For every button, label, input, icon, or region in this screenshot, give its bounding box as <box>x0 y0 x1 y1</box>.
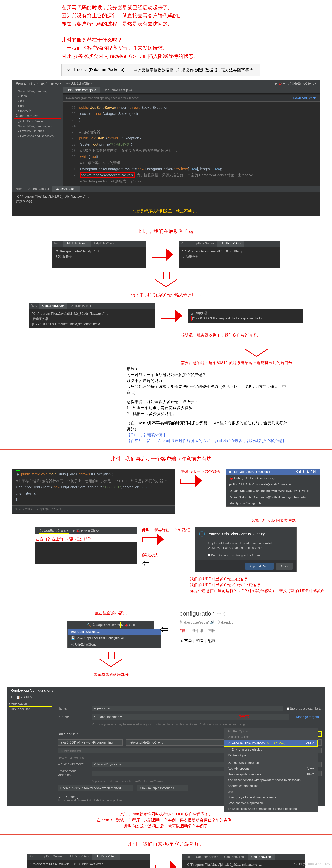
menu-modify: Modify Run Configuration... <box>226 500 320 506</box>
save-config: 💾 Save 'UdpEchoClient' Configuration <box>67 635 161 641</box>
config-tree[interactable]: ▾ Application UdpEchoClient <box>7 700 54 806</box>
arrow-icon <box>181 474 202 487</box>
config-item: ⓒ UdpEchoClient <box>67 641 161 648</box>
caption: 需要注意的是：这个63812 就是系统给客户端随机分配的端口号 <box>181 360 332 366</box>
run-context-menu[interactable]: ▶ Run 'UdpEchoClient.main()'Ctrl+Shift+F… <box>226 468 320 507</box>
run-config-window: Run/Debug Configurations + − 📋 ▴ ▾ ⊞ ↘ ▾… <box>7 687 325 806</box>
expand-block: 拓展： 同一时刻，一个服务器能处理多少个客户端？ 取决于客户端的能力。 服务器处… <box>127 366 289 444</box>
menu-coverage: ▶ Run 'UdpEchoClient.main()' with Covera… <box>226 481 320 488</box>
name-field[interactable] <box>92 706 283 711</box>
arrow-icon <box>142 533 164 546</box>
menu-debug: 🐞 Debug 'UdpEchoClient.main()' <box>226 475 320 481</box>
console-client-b: "C:\Program Files\Java\jdk1.8.0_301\bin\… <box>179 247 280 268</box>
info-icon: ⓘ <box>199 530 205 538</box>
toolbar-dropdown[interactable]: 🔨 ⓒ UdpEchoClient ▾ ▶ 🐞 ⊙ ■ <box>67 621 154 629</box>
menu-profiler: ⊙ Run 'UdpEchoClient.main()' with 'Windo… <box>226 488 320 494</box>
caption-block: 我们的 UDP回显客户端正在运行。 我们的 UDP回显客户端 不允许重复运行。 … <box>190 576 332 594</box>
console-server-a: "C:\Program Files\Java\jdk1.8.0_启动服务器 <box>52 247 146 268</box>
arrow-icon <box>161 310 182 322</box>
edit-config: Edit Configurations... <box>67 629 161 635</box>
editor-tabs[interactable]: UdpEchoServer.java UdpEchoClient.java <box>63 87 320 94</box>
cancel-button[interactable]: Cancel <box>276 563 293 569</box>
arrow-down-icon <box>153 272 179 286</box>
ide-window: Programming 〉 src 〉 network 〉 ⓒ UdpEchoC… <box>12 80 320 216</box>
run-tabs[interactable]: Run: UdpEchoServer UdpEchoClient <box>12 186 320 192</box>
code-editor[interactable]: 21public UdpEchoServer(int port) throws … <box>63 103 320 186</box>
run-console: "C:\Program Files\Java\jdk1.8.0_...\bin\… <box>12 192 320 216</box>
intro-text: 在我写代码的时候，服务器早就已经启动起来了。 因为我没有终止它的运行，就直接去写… <box>61 4 260 60</box>
menu-run: ▶ Run 'UdpEchoClient.main()'Ctrl+Shift+F… <box>226 469 320 475</box>
method-table: void receive(DatagramPacket p) 从此套接字接收数据… <box>61 64 260 76</box>
console-d: 启动服务器 [/127.0.0.1:63812] request: hello,… <box>188 309 303 323</box>
grammar-hint[interactable]: Download grammar and spelling checker fo… <box>63 95 320 101</box>
ide-toolbar[interactable]: ⓒ UdpEchoClient ▾ ▶ 🐞 ▶ ⊙ ■ Git ⟲ <box>35 527 137 534</box>
project-tree[interactable]: NetworkProgramming ▸ .idea ▸ out ▾ src ▾… <box>12 87 63 186</box>
add-run-options-menu[interactable]: Add Run Options Operating System ✓Allow … <box>224 728 318 812</box>
step5-title: 此时，我们再来执行 客户端程序。 <box>0 840 332 848</box>
step4-title: 此时，我们再启动一个客户端（注意前方有坑！） <box>0 455 332 463</box>
tab-server[interactable]: UdpEchoServer.java <box>63 87 100 93</box>
watermark: CSDN @Dark And Grey <box>292 862 330 866</box>
running-dialog: ⓘProcess 'UdpEchoClient' Is Running 'Udp… <box>195 527 297 572</box>
caption-block: 此时，idea就允许同时执行多个 UDP客户端程序了。 在idea中，默认一个程… <box>0 811 332 829</box>
dictionary-card: configuration☆ ⊖ 英 /kənˌfɪɡəˈreɪʃn/ 🔊 美/… <box>174 604 265 649</box>
arrow-down-icon <box>98 652 123 666</box>
tab-client[interactable]: UdpEchoClient.java <box>100 87 136 93</box>
stop-rerun-button[interactable]: Stop and Rerun <box>245 563 274 569</box>
run-gutter-icon[interactable]: ▶ <box>16 470 20 478</box>
ide-breadcrumb: Programming 〉 src 〉 network 〉 ⓒ UdpEchoC… <box>12 80 320 87</box>
arrow-left-icon: ⇦ <box>160 623 169 635</box>
menu-jfr: ⊙ Run 'UdpEchoClient.main()' with 'Java … <box>226 494 320 500</box>
arrow-icon <box>155 861 177 868</box>
dont-show-checkbox[interactable] <box>208 554 210 556</box>
method-desc: 从此套接字接收数据报（如果没有接收到数据报，该方法会阻塞等待） <box>130 64 260 76</box>
console-c: "C:\Program Files\Java\jdk1.8.0_301\bin\… <box>29 309 155 329</box>
method-sig: void receive(DatagramPacket p) <box>61 64 130 76</box>
arrow-icon <box>151 248 173 261</box>
caption: 很明显，服务器收到了，我们客户端的请求。 <box>181 332 332 338</box>
star-icon[interactable]: ☆ ⊖ <box>217 611 227 617</box>
step2-title: 此时，我们在启动客户端 <box>0 227 332 236</box>
arrow-down-icon <box>244 342 269 356</box>
config-dropdown-menu[interactable]: Edit Configurations... 💾 Save 'UdpEchoCl… <box>67 629 162 648</box>
ide-code-2: ▶ public static void main(String[] args)… <box>12 468 175 514</box>
step3-title: 请下来，我们在客户端中输入请求 hello <box>0 292 332 298</box>
console-e: "C:\Program Files\Java\jdk1.8.0_301\bin\… <box>27 860 150 868</box>
console-f: "C:\Program Files\Java\jdk1.8.0_301\bin\… <box>182 860 305 868</box>
